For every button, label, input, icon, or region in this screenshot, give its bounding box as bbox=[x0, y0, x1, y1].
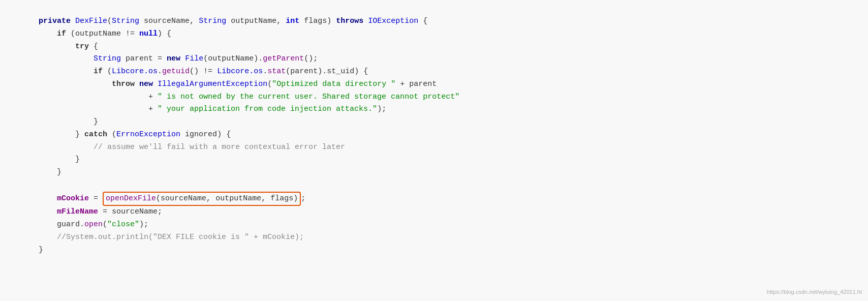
type-file: File bbox=[185, 54, 203, 63]
code-line-9: } bbox=[15, 116, 853, 129]
method-opendexfile: openDexFile bbox=[106, 194, 156, 203]
arg-flags: flags bbox=[270, 194, 293, 203]
class-libcore-os: Libcore.os bbox=[112, 67, 158, 76]
code-line-4: String parent = new File(outputName).get… bbox=[15, 53, 853, 66]
keyword-new: new bbox=[167, 54, 180, 63]
arg-parent: parent bbox=[290, 67, 318, 76]
param-type-string2: String bbox=[199, 17, 226, 25]
field-stuid: st_uid bbox=[327, 67, 354, 76]
comment-system-out: //System.out.println("DEX FILE cookie is… bbox=[57, 233, 304, 242]
string-notowned: " is not owned by the current user. Shar… bbox=[158, 93, 459, 101]
code-block: private DexFile(String sourceName, Strin… bbox=[15, 10, 853, 261]
var-parent2: parent bbox=[409, 80, 437, 88]
param-type-string1: String bbox=[112, 17, 139, 25]
code-line-18: } bbox=[15, 244, 853, 257]
keyword-if: if bbox=[57, 29, 66, 38]
param-sourcename: sourceName bbox=[144, 17, 190, 25]
type-string-parent: String bbox=[94, 54, 121, 63]
keyword-private: private bbox=[39, 17, 71, 25]
param-flags: flags bbox=[304, 17, 327, 25]
exception-errno: ErrnoException bbox=[116, 130, 180, 139]
code-line-2: if (outputName != null) { bbox=[15, 28, 853, 41]
keyword-null: null bbox=[139, 29, 158, 38]
field-mcookie: mCookie bbox=[57, 194, 89, 203]
keyword-throws: throws bbox=[336, 17, 363, 25]
string-close: "close" bbox=[107, 220, 139, 229]
code-line-5: if (Libcore.os.getuid() != Libcore.os.st… bbox=[15, 66, 853, 78]
var-outputname: outputName bbox=[75, 29, 121, 38]
var-parent: parent bbox=[126, 54, 153, 63]
code-line-13: } bbox=[15, 166, 853, 179]
exception-ioexception: IOException bbox=[368, 17, 418, 25]
code-line-10: } catch (ErrnoException ignored) { bbox=[15, 129, 853, 141]
code-line-6: throw new IllegalArgumentException("Opti… bbox=[15, 78, 853, 91]
keyword-new2: new bbox=[139, 80, 153, 88]
var-guard: guard bbox=[57, 220, 80, 229]
keyword-catch: catch bbox=[84, 130, 107, 139]
keyword-if2: if bbox=[94, 67, 103, 76]
arg-outputname: outputName bbox=[208, 54, 254, 63]
keyword-throw: throw bbox=[112, 80, 135, 88]
keyword-int: int bbox=[286, 17, 299, 25]
code-line-3: try { bbox=[15, 41, 853, 53]
string-injection: " your application from code injection a… bbox=[158, 105, 377, 113]
code-line-16: guard.open("close"); bbox=[15, 219, 853, 231]
code-line-blank bbox=[15, 179, 853, 192]
string-optimized: "Optimized data directory " bbox=[272, 80, 395, 88]
field-mfilename: mFileName bbox=[57, 207, 98, 216]
code-line-1: private DexFile(String sourceName, Strin… bbox=[15, 15, 853, 28]
arg-sourcename2: sourceName bbox=[112, 207, 158, 216]
class-libcore-os2: Libcore.os bbox=[217, 67, 263, 76]
code-line-14: mCookie = openDexFile(sourceName, output… bbox=[15, 192, 853, 206]
code-line-7: + " is not owned by the current user. Sh… bbox=[15, 91, 853, 104]
type-dexfile: DexFile bbox=[75, 17, 107, 25]
arg-outputname2: outputName bbox=[215, 194, 261, 203]
code-line-11: // assume we'll fail with a more context… bbox=[15, 141, 853, 154]
method-getparent: getParent bbox=[263, 54, 304, 63]
code-line-17: //System.out.println("DEX FILE cookie is… bbox=[15, 231, 853, 244]
code-line-12: } bbox=[15, 154, 853, 166]
method-getuid: getuid bbox=[162, 67, 190, 76]
keyword-try: try bbox=[75, 42, 89, 51]
arg-sourcename: sourceName bbox=[161, 194, 206, 203]
comment-assume: // assume we'll fail with a more context… bbox=[94, 143, 345, 152]
method-open: open bbox=[84, 220, 103, 229]
exception-illegalargument: IllegalArgumentException bbox=[158, 80, 267, 88]
var-ignored: ignored bbox=[185, 130, 217, 139]
param-outputname: outputName bbox=[231, 17, 276, 25]
method-stat: stat bbox=[267, 67, 286, 76]
watermark: https://blog.csdn.net/wyluing_42011.ht bbox=[767, 288, 862, 297]
code-line-15: mFileName = sourceName; bbox=[15, 206, 853, 219]
highlight-opendexfile: openDexFile(sourceName, outputName, flag… bbox=[103, 192, 301, 206]
code-line-8: + " your application from code injection… bbox=[15, 103, 853, 116]
